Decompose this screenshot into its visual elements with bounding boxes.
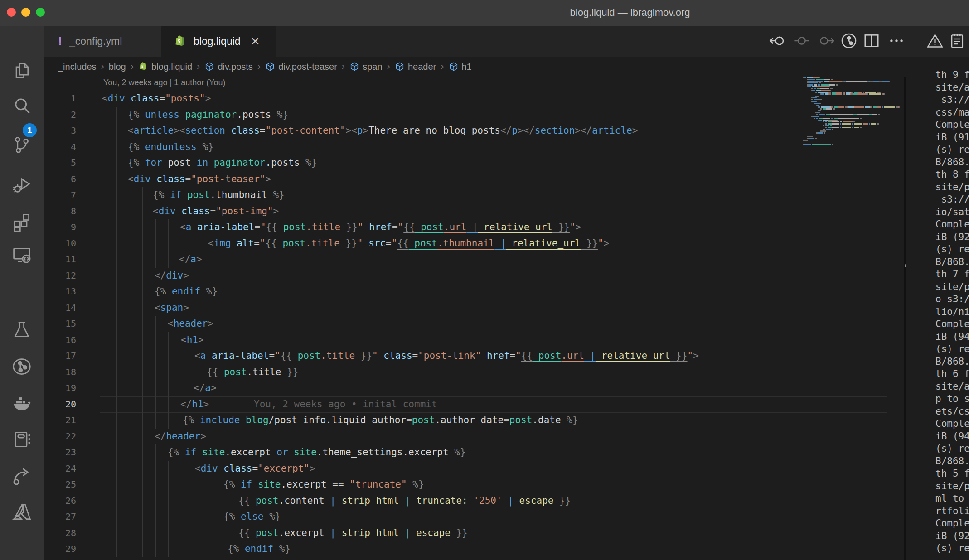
code-line-9[interactable]: 9<a aria-label="{{ post.title }}" href="… [44,219,904,236]
line-number[interactable]: 4 [44,139,76,155]
line-number[interactable]: 21 [44,412,76,429]
line-number[interactable]: 18 [44,364,76,381]
code-line-28[interactable]: 28{{ post.excerpt | strip_html | escape … [44,525,904,541]
close-tab-icon[interactable]: ✕ [251,36,260,47]
indent-guide [130,364,130,381]
line-number[interactable]: 10 [44,236,76,252]
line-number[interactable]: 6 [44,171,76,188]
line-number[interactable]: 8 [44,203,76,220]
azure-icon[interactable] [12,502,32,521]
line-number[interactable]: 2 [44,107,76,123]
breadcrumb-item-h1[interactable]: h1 [449,62,472,72]
code-line-6[interactable]: 6<div class="post-teaser"> [44,171,904,188]
explorer-icon[interactable] [12,61,32,81]
close-window-button[interactable] [7,8,16,17]
code-line-13[interactable]: 13{% endif %} [44,284,904,300]
code-line-18[interactable]: 18{{ post.title }} [44,364,904,381]
breadcrumb-item-blog-liquid[interactable]: blog.liquid [138,62,192,72]
live-share-icon[interactable] [12,466,32,486]
line-number[interactable]: 1 [44,91,76,107]
source-control-icon[interactable] [12,135,32,154]
code-line-8[interactable]: 8<div class="post-img"> [44,203,904,220]
notebook-icon[interactable] [12,430,32,449]
code-line-23[interactable]: 23{% if site.excerpt or site.theme_setti… [44,444,904,461]
warning-triangle-icon[interactable] [926,32,944,49]
code-line-29[interactable]: 29{% endif %} [44,541,904,557]
line-number[interactable]: 17 [44,348,76,364]
minimap[interactable] [803,77,891,145]
code-line-22[interactable]: 22</header> [44,429,904,445]
indent-guide [155,251,156,268]
line-number[interactable]: 7 [44,187,76,203]
line-number[interactable]: 29 [44,541,76,557]
line-number[interactable]: 19 [44,380,76,396]
code-line-27[interactable]: 27{% else %} [44,509,904,525]
run-debug-icon[interactable] [12,174,32,194]
code-line-19[interactable]: 19</a> [44,380,904,396]
split-editor-icon[interactable] [863,32,880,49]
code-line-15[interactable]: 15<header> [44,316,904,332]
code-line-4[interactable]: 4{% endunless %} [44,139,904,155]
previous-change-icon[interactable] [793,32,810,49]
line-number[interactable]: 9 [44,219,76,236]
remote-explorer-icon[interactable] [12,245,32,265]
code-line-21[interactable]: 21{% include blog/post_info.liquid autho… [44,412,904,429]
line-number[interactable]: 13 [44,284,76,300]
line-number[interactable]: 22 [44,429,76,445]
git-blame-codelens[interactable]: You, 2 weeks ago | 1 author (You) [103,78,226,87]
code-line-3[interactable]: 3<article><section class="post-content">… [44,123,904,139]
indent-guide [116,268,117,284]
timeline-graph-icon[interactable] [840,32,858,49]
line-number[interactable]: 12 [44,268,76,284]
code-editor[interactable]: You, 2 weeks ago | 1 author (You) 1<div … [44,76,904,560]
code-line-12[interactable]: 12</div> [44,268,904,284]
window-titlebar: blog.liquid — ibragimov.org [0,0,969,26]
breadcrumb-item-div-post-teaser[interactable]: div.post-teaser [265,62,337,72]
code-line-10[interactable]: 10<img alt="{{ post.title }}" src="{{ po… [44,236,904,252]
code-line-26[interactable]: 26{{ post.content | strip_html | truncat… [44,493,904,509]
breadcrumb-item-span[interactable]: span [349,62,382,72]
line-number[interactable]: 23 [44,444,76,461]
line-number[interactable]: 25 [44,477,76,493]
second-editor-pane[interactable]: th 9 fsite/a s3://css/maCompleiB (91(s) … [906,57,969,560]
tab-blog-liquid[interactable]: blog.liquid ✕ [161,26,276,57]
more-actions-icon[interactable] [888,32,905,49]
line-number[interactable]: 14 [44,300,76,316]
breadcrumb-item-blog[interactable]: blog [109,62,126,72]
breadcrumb-item-div-posts[interactable]: div.posts [204,62,252,72]
extensions-icon[interactable] [12,212,32,232]
breadcrumb-item--includes[interactable]: _includes [58,62,97,72]
line-number[interactable]: 3 [44,123,76,139]
notebook-outline-icon[interactable] [949,32,966,49]
code-line-20[interactable]: 20</h1>You, 2 weeks ago • inital commit [44,396,904,413]
line-number[interactable]: 16 [44,332,76,348]
line-number[interactable]: 28 [44,525,76,541]
code-line-11[interactable]: 11</a> [44,251,904,268]
zoom-window-button[interactable] [36,8,45,17]
line-number[interactable]: 11 [44,251,76,268]
line-number[interactable]: 27 [44,509,76,525]
line-number[interactable]: 20 [44,396,76,413]
git-graph-icon[interactable] [12,357,32,377]
code-line-16[interactable]: 16<h1> [44,332,904,348]
code-line-7[interactable]: 7{% if post.thumbnail %} [44,187,904,203]
code-line-5[interactable]: 5{% for post in paginator.posts %} [44,155,904,171]
nav-back-icon[interactable] [769,32,786,49]
code-line-24[interactable]: 24<div class="excerpt"> [44,461,904,477]
minimize-window-button[interactable] [21,8,30,17]
line-number[interactable]: 15 [44,316,76,332]
line-number[interactable]: 5 [44,155,76,171]
tab-config-yml[interactable]: ! _config.yml [44,26,161,57]
search-icon[interactable] [12,96,32,116]
testing-flask-icon[interactable] [12,319,32,339]
code-line-25[interactable]: 25{% if site.excerpt == "truncate" %} [44,477,904,493]
code-line-14[interactable]: 14<span> [44,300,904,316]
docker-whale-icon[interactable] [12,393,32,413]
breadcrumb-item-header[interactable]: header [395,62,436,72]
code-line-1[interactable]: 1<div class="posts"> [44,91,904,107]
code-line-2[interactable]: 2{% unless paginator.posts %} [44,107,904,123]
next-change-icon[interactable] [818,32,835,49]
code-line-17[interactable]: 17<a aria-label="{{ post.title }}" class… [44,348,904,364]
line-number[interactable]: 26 [44,493,76,509]
line-number[interactable]: 24 [44,461,76,477]
